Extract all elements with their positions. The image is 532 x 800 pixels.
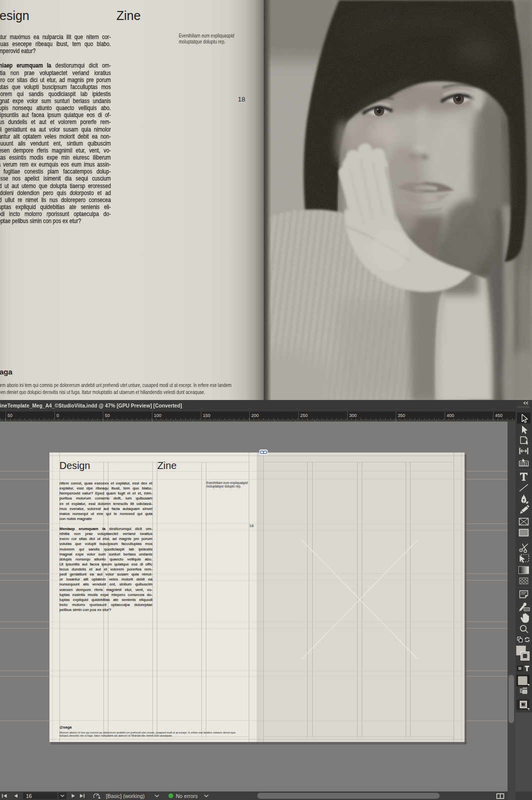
- svg-text:No errors: No errors: [176, 793, 198, 799]
- svg-text:16: 16: [26, 793, 32, 799]
- svg-text:[Basic] (working): [Basic] (working): [106, 793, 145, 799]
